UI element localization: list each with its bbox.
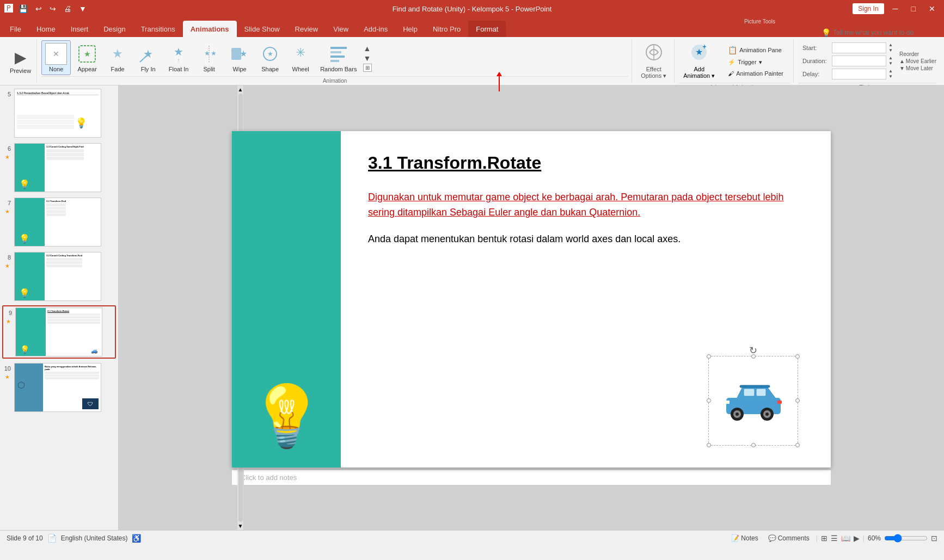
reading-view-btn[interactable]: 📖 bbox=[841, 534, 850, 543]
corner-handle-tr[interactable] bbox=[795, 354, 800, 359]
add-animation-button[interactable]: ★ + Add Animation ▾ bbox=[679, 40, 719, 82]
animation-flyin[interactable]: ★ Fly In bbox=[134, 41, 162, 75]
animation-wipe[interactable]: ★ Wipe bbox=[225, 41, 254, 75]
redo-btn[interactable]: ↪ bbox=[47, 3, 58, 14]
mid-handle-top[interactable] bbox=[751, 354, 756, 359]
tab-help[interactable]: Help bbox=[395, 21, 425, 37]
slide8-content: 3.2 Contoh Coding Transform.Find bbox=[45, 253, 84, 300]
tab-animations[interactable]: Animations bbox=[183, 21, 237, 37]
floatin-label: Float In bbox=[169, 66, 189, 72]
minimize-btn[interactable]: ─ bbox=[888, 3, 903, 14]
animation-wheel[interactable]: ✳ Wheel bbox=[286, 41, 315, 75]
scroll-up-btn[interactable]: ▲ bbox=[238, 87, 243, 93]
animation-none[interactable]: ✕ None bbox=[41, 40, 71, 75]
comments-button[interactable]: 💬 Comments bbox=[765, 533, 813, 543]
tab-addins[interactable]: Add-ins bbox=[356, 21, 395, 37]
notes-icon: 📝 bbox=[731, 534, 739, 542]
scroll-down-arrow[interactable]: ▼ bbox=[363, 54, 372, 63]
animation-painter-button[interactable]: 🖌 Animation Painter bbox=[725, 69, 787, 78]
duration-input[interactable] bbox=[832, 56, 886, 66]
trigger-button[interactable]: ⚡ Trigger ▾ bbox=[725, 58, 765, 67]
scroll-down-btn[interactable]: ▼ bbox=[238, 523, 243, 529]
wheel-animation-icon: ✳ bbox=[290, 43, 311, 65]
tab-insert[interactable]: Insert bbox=[63, 21, 96, 37]
qa-dropdown[interactable]: ▼ bbox=[77, 3, 89, 14]
flyin-label: Fly In bbox=[141, 66, 156, 72]
delay-input[interactable] bbox=[832, 69, 886, 79]
corner-handle-bl[interactable] bbox=[707, 443, 711, 447]
divider: | bbox=[816, 534, 818, 542]
slide-item-7[interactable]: 7 ★ 2.1 Transform.Find 💡 bbox=[2, 196, 116, 248]
maximize-btn[interactable]: □ bbox=[907, 3, 920, 14]
slide-item-8[interactable]: 8 ★ 3.2 Contoh Coding Transform.Find 💡 bbox=[2, 251, 116, 302]
tab-format[interactable]: Format bbox=[468, 21, 506, 37]
slideshow-view-btn[interactable]: ▶ bbox=[854, 534, 860, 543]
tell-me-box[interactable]: 💡 bbox=[822, 28, 942, 37]
print-btn[interactable]: 🖨 bbox=[62, 3, 73, 14]
tab-review[interactable]: Review bbox=[287, 21, 326, 37]
close-btn[interactable]: ✕ bbox=[924, 3, 940, 14]
start-up-arrow[interactable]: ▲ bbox=[888, 42, 893, 48]
slide-item-9[interactable]: 9 ★ 2.1 Transform.Rotate 💡 🚙 bbox=[2, 305, 116, 359]
animation-fade[interactable]: ★ Fade bbox=[103, 41, 132, 75]
save-quick-btn[interactable]: 💾 bbox=[16, 3, 30, 14]
tab-slideshow[interactable]: Slide Show bbox=[237, 21, 287, 37]
start-down-arrow[interactable]: ▼ bbox=[888, 48, 893, 53]
delay-up-arrow[interactable]: ▲ bbox=[888, 69, 893, 74]
duration-down-arrow[interactable]: ▼ bbox=[888, 61, 893, 66]
corner-handle-tl[interactable] bbox=[707, 354, 711, 359]
trigger-icon: ⚡ bbox=[728, 59, 735, 66]
car-image-container[interactable]: ↻ bbox=[708, 356, 798, 446]
animation-pane-button[interactable]: 📋 Animation Pane bbox=[725, 45, 785, 56]
slide-item-6[interactable]: 6 ★ 1.3 Contoh Coding GameObjek.Find 💡 bbox=[2, 142, 116, 193]
duration-up-arrow[interactable]: ▲ bbox=[888, 56, 893, 61]
slide-item-10[interactable]: 10 ★ ⬡ Buku yang menggunakan teknik Anim… bbox=[2, 362, 116, 413]
animation-appear[interactable]: ★ Appear bbox=[73, 41, 101, 75]
animation-floatin[interactable]: ★ ↑ Float In bbox=[164, 41, 193, 75]
svg-rect-18 bbox=[330, 60, 339, 62]
animation-randombars[interactable]: Random Bars bbox=[317, 41, 360, 75]
zoom-slider[interactable] bbox=[884, 534, 928, 543]
sign-in-button[interactable]: Sign In bbox=[853, 3, 884, 14]
normal-view-btn[interactable]: ⊞ bbox=[821, 534, 827, 543]
tab-view[interactable]: View bbox=[326, 21, 356, 37]
move-earlier-btn[interactable]: ▲ Move Earlier bbox=[899, 58, 936, 64]
tab-home[interactable]: Home bbox=[29, 21, 63, 37]
animation-split[interactable]: ★ ★ Split bbox=[195, 41, 223, 75]
corner-handle-br[interactable] bbox=[795, 443, 800, 447]
delay-down-arrow[interactable]: ▼ bbox=[888, 74, 893, 79]
add-animation-icon: ★ + bbox=[689, 42, 709, 66]
split-animation-icon: ★ ★ bbox=[198, 43, 220, 65]
mid-handle-left[interactable] bbox=[707, 398, 711, 403]
notes-button[interactable]: 📝 Notes bbox=[728, 533, 761, 543]
mid-handle-bottom[interactable] bbox=[751, 443, 756, 447]
outline-view-btn[interactable]: ☰ bbox=[831, 534, 838, 543]
split-label: Split bbox=[203, 66, 214, 72]
scroll-up-arrow[interactable]: ▲ bbox=[363, 44, 372, 53]
undo-btn[interactable]: ↩ bbox=[33, 3, 44, 14]
tell-me-input[interactable] bbox=[833, 29, 942, 36]
animation-pane-label: Animation Pane bbox=[739, 47, 782, 53]
effect-options-button[interactable]: Effect Options ▾ bbox=[636, 40, 671, 82]
wipe-animation-icon: ★ bbox=[229, 43, 250, 65]
tab-nitropro[interactable]: Nitro Pro bbox=[425, 21, 468, 37]
fit-slide-btn[interactable]: ⊡ bbox=[931, 534, 937, 543]
ribbon-group-effect: Effect Options ▾ bbox=[633, 39, 675, 83]
animation-shape[interactable]: ★ Shape bbox=[256, 41, 284, 75]
mid-handle-right[interactable] bbox=[795, 398, 800, 403]
scroll-expand-btn[interactable]: ⊞ bbox=[363, 64, 372, 72]
tab-design[interactable]: Design bbox=[96, 21, 133, 37]
floatin-animation-icon: ★ ↑ bbox=[168, 43, 189, 65]
move-later-btn[interactable]: ▼ Move Later bbox=[899, 65, 936, 71]
svg-text:★: ★ bbox=[84, 50, 91, 58]
effect-options-icon bbox=[644, 42, 664, 66]
start-input[interactable] bbox=[832, 42, 886, 53]
car-graphic bbox=[721, 379, 786, 422]
tab-transitions[interactable]: Transitions bbox=[133, 21, 183, 37]
duration-arrows: ▲ ▼ bbox=[888, 56, 893, 66]
slide-item-5[interactable]: 5 1.3.2 Penambahan BevaObject dan Acak 💡 bbox=[2, 88, 116, 139]
slide-num-5: 5 bbox=[3, 91, 11, 97]
tab-file[interactable]: File bbox=[2, 21, 29, 37]
notes-area[interactable]: Click to add notes bbox=[232, 470, 831, 485]
preview-button[interactable]: ▶ Preview bbox=[8, 46, 33, 76]
